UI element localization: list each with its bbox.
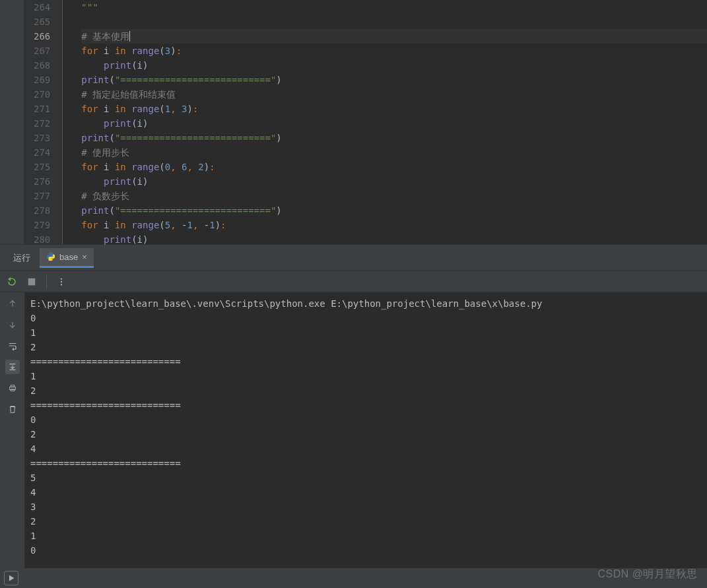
- svg-point-2: [61, 280, 62, 282]
- svg-point-1: [61, 278, 62, 279]
- toolbar-separator: [46, 275, 47, 288]
- project-gutter: [0, 0, 24, 244]
- trash-icon[interactable]: [5, 402, 20, 416]
- line-number: 270: [34, 87, 50, 102]
- code-line[interactable]: # 指定起始值和结束值: [81, 87, 707, 102]
- line-number-gutter: 2642652662672682692702712722732742752762…: [24, 0, 63, 244]
- code-line[interactable]: print("==========================="): [81, 131, 707, 145]
- run-button[interactable]: [4, 571, 18, 585]
- svg-point-3: [61, 284, 62, 285]
- line-number: 268: [34, 58, 50, 73]
- svg-rect-5: [11, 385, 14, 387]
- line-number: 267: [34, 44, 50, 58]
- code-line[interactable]: for i in range(0, 6, 2):: [81, 160, 707, 174]
- run-tab-base[interactable]: base ×: [40, 248, 94, 268]
- code-line[interactable]: print(i): [81, 174, 707, 189]
- line-number: 264: [34, 0, 50, 15]
- line-number: 277: [34, 189, 50, 203]
- line-number: 266: [34, 29, 50, 44]
- run-panel: 运行 base × E:\python_project\l: [0, 245, 707, 568]
- line-number: 273: [34, 131, 50, 145]
- watermark: CSDN @明月望秋思: [597, 568, 698, 581]
- line-number: 269: [34, 73, 50, 87]
- run-tab-label: base: [59, 252, 78, 262]
- run-panel-label: 运行: [7, 252, 37, 264]
- code-line[interactable]: for i in range(5, -1, -1):: [81, 218, 707, 232]
- code-line[interactable]: for i in range(3):: [81, 44, 707, 58]
- down-arrow-icon[interactable]: [5, 317, 20, 332]
- code-line[interactable]: # 使用步长: [81, 145, 707, 160]
- editor-area: 2642652662672682692702712722732742752762…: [0, 0, 707, 245]
- code-content[interactable]: """# 基本使用for i in range(3): print(i)prin…: [63, 0, 707, 244]
- code-line[interactable]: # 负数步长: [81, 189, 707, 203]
- line-number: 271: [34, 102, 50, 116]
- code-line[interactable]: print(i): [81, 116, 707, 131]
- line-number: 278: [34, 203, 50, 218]
- code-line[interactable]: # 基本使用: [81, 29, 707, 44]
- run-tabs-bar: 运行 base ×: [0, 245, 707, 271]
- console-output[interactable]: E:\python_project\learn_base\.venv\Scrip…: [25, 292, 707, 568]
- code-line[interactable]: for i in range(1, 3):: [81, 102, 707, 116]
- python-icon: [46, 252, 55, 261]
- run-toolbar: [0, 271, 707, 292]
- rerun-icon[interactable]: [7, 277, 17, 287]
- line-number: 275: [34, 160, 50, 174]
- line-number: 276: [34, 174, 50, 189]
- close-icon[interactable]: ×: [82, 252, 87, 262]
- run-side-toolbar: [0, 292, 25, 568]
- up-arrow-icon[interactable]: [5, 296, 20, 311]
- line-number: 274: [34, 145, 50, 160]
- line-number: 272: [34, 116, 50, 131]
- code-editor[interactable]: 2642652662672682692702712722732742752762…: [24, 0, 707, 244]
- run-body: E:\python_project\learn_base\.venv\Scrip…: [0, 292, 707, 568]
- code-line[interactable]: """: [81, 0, 707, 15]
- code-line[interactable]: [81, 15, 707, 29]
- more-icon[interactable]: [56, 277, 67, 287]
- scroll-to-end-icon[interactable]: [5, 360, 20, 374]
- stop-icon[interactable]: [26, 277, 37, 287]
- line-number: 279: [34, 218, 50, 232]
- code-line[interactable]: print(i): [81, 58, 707, 73]
- code-line[interactable]: print("==========================="): [81, 73, 707, 87]
- soft-wrap-icon[interactable]: [5, 339, 20, 353]
- code-line[interactable]: print("==========================="): [81, 203, 707, 218]
- print-icon[interactable]: [5, 381, 20, 395]
- svg-rect-0: [28, 278, 36, 285]
- line-number: 265: [34, 15, 50, 29]
